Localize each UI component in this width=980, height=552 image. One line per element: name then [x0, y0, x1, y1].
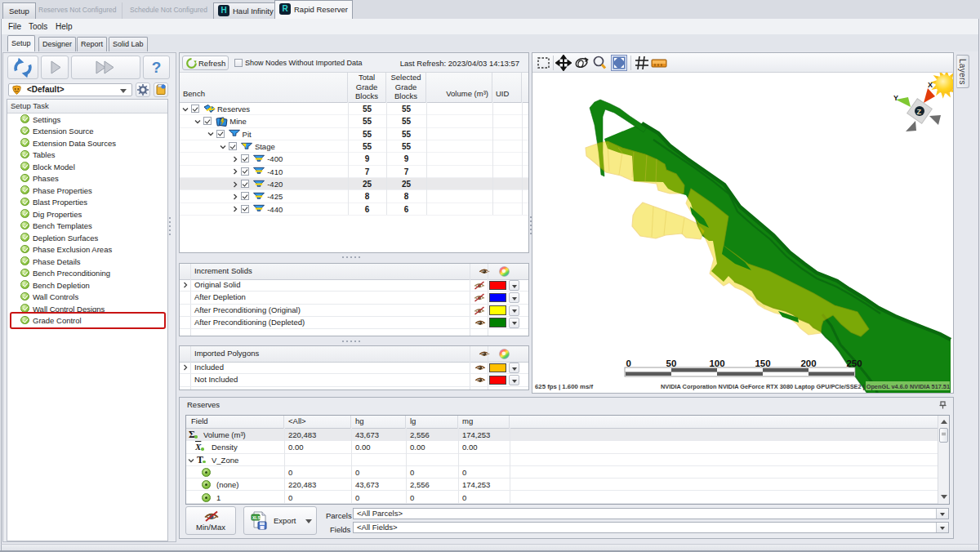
- svg-text:Z: Z: [917, 108, 922, 116]
- svg-text:150: 150: [755, 358, 770, 368]
- svg-text:NVIDIA Corporation NVIDIA GeFo: NVIDIA Corporation NVIDIA GeForce RTX 30…: [661, 383, 951, 390]
- svg-text:250: 250: [846, 358, 862, 368]
- svg-text:XLS: XLS: [252, 515, 261, 520]
- svg-text:50: 50: [666, 358, 677, 368]
- svg-text:625 fps | 1.600 ms/f: 625 fps | 1.600 ms/f: [535, 383, 593, 390]
- svg-text:X: X: [928, 81, 933, 89]
- svg-text:0: 0: [626, 358, 631, 368]
- svg-text:100: 100: [709, 358, 724, 368]
- svg-text:200: 200: [800, 358, 816, 368]
- svg-text:Y: Y: [893, 94, 898, 102]
